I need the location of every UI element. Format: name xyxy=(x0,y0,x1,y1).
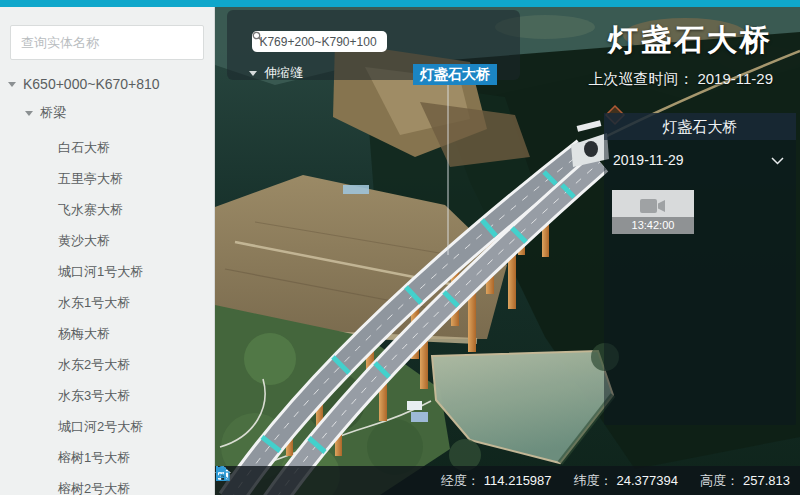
bridge-list-item[interactable]: 白石大桥 xyxy=(0,132,214,163)
stake-range-value: K769+200~K790+100 xyxy=(259,35,376,49)
inspection-date: 2019-11-29 xyxy=(613,152,684,168)
longitude-label: 经度： xyxy=(441,472,480,490)
tree-node-bridges-label: 桥梁 xyxy=(40,104,66,122)
tree-node-section[interactable]: K650+000~K670+810 xyxy=(0,70,214,98)
longitude-value: 114.215987 xyxy=(484,473,552,488)
top-accent-bar xyxy=(0,0,800,7)
coordinate-readout: 经度： 114.215987 纬度： 24.377394 高度： 257.813 xyxy=(441,466,790,495)
bridge-list-item[interactable]: 城口河2号大桥 xyxy=(0,411,214,442)
inspection-panel: 灯盏石大桥 2019-11-29 13:42:00 xyxy=(604,113,796,425)
last-inspection-label: 上次巡查时间： xyxy=(588,70,693,87)
tree-node-bridges[interactable]: 桥梁 xyxy=(0,98,214,128)
map-toolbar xyxy=(225,473,340,489)
layer-tree-node-label: 伸缩缝 xyxy=(264,64,303,82)
bridge-list-item[interactable]: 榕树2号大桥 xyxy=(0,473,214,495)
bridge-list-item[interactable]: 水东1号大桥 xyxy=(0,287,214,318)
entity-tree: K650+000~K670+810 桥梁 白石大桥五里亭大桥飞水寨大桥黄沙大桥城… xyxy=(0,70,214,495)
inspection-date-row[interactable]: 2019-11-29 xyxy=(604,140,796,180)
altitude-label: 高度： xyxy=(700,472,739,490)
tree-node-section-label: K650+000~K670+810 xyxy=(23,76,160,92)
map-entity-label[interactable]: 灯盏石大桥 xyxy=(413,64,497,85)
page-title: 灯盏石大桥 xyxy=(588,20,773,61)
layer-tree-node[interactable]: 伸缩缝 xyxy=(249,64,303,82)
bridge-list-item[interactable]: 黄沙大桥 xyxy=(0,225,214,256)
building-icon[interactable] xyxy=(291,473,307,489)
bridge-list-item[interactable]: 飞水寨大桥 xyxy=(0,194,214,225)
chevron-down-icon[interactable] xyxy=(771,152,784,168)
inspection-video-thumbnail[interactable]: 13:42:00 xyxy=(612,190,694,234)
altitude-value: 257.813 xyxy=(743,473,790,488)
thumbnail-timestamp: 13:42:00 xyxy=(612,217,694,234)
bridge-list-item[interactable]: 榕树1号大桥 xyxy=(0,442,214,473)
entity-search-input[interactable] xyxy=(10,25,204,60)
bridge-list: 白石大桥五里亭大桥飞水寨大桥黄沙大桥城口河1号大桥水东1号大桥杨梅大桥水东2号大… xyxy=(0,132,214,495)
latitude-value: 24.377394 xyxy=(617,473,678,488)
last-inspection: 上次巡查时间：2019-11-29 xyxy=(588,70,773,89)
inspection-panel-title: 灯盏石大桥 xyxy=(604,113,796,140)
bridge-list-item[interactable]: 水东3号大桥 xyxy=(0,380,214,411)
last-inspection-date: 2019-11-29 xyxy=(697,70,773,87)
bridge-list-item[interactable]: 杨梅大桥 xyxy=(0,318,214,349)
entity-search xyxy=(10,25,204,60)
camera-icon xyxy=(640,198,666,218)
flag-icon[interactable] xyxy=(258,473,274,489)
bridge-list-item[interactable]: 城口河1号大桥 xyxy=(0,256,214,287)
bridge-list-item[interactable]: 五里亭大桥 xyxy=(0,163,214,194)
sidebar: K650+000~K670+810 桥梁 白石大桥五里亭大桥飞水寨大桥黄沙大桥城… xyxy=(0,7,215,495)
street-view-icon[interactable] xyxy=(324,473,340,489)
caret-down-icon[interactable] xyxy=(8,82,16,87)
latitude-label: 纬度： xyxy=(574,472,613,490)
status-bar: 经度： 114.215987 纬度： 24.377394 高度： 257.813 xyxy=(215,466,800,495)
caret-down-icon[interactable] xyxy=(25,111,33,116)
stake-range-input[interactable]: K769+200~K790+100 xyxy=(252,31,387,52)
caret-down-icon[interactable] xyxy=(249,71,257,76)
bridge-hero: 灯盏石大桥 上次巡查时间：2019-11-29 xyxy=(588,20,773,89)
bridge-list-item[interactable]: 水东2号大桥 xyxy=(0,349,214,380)
